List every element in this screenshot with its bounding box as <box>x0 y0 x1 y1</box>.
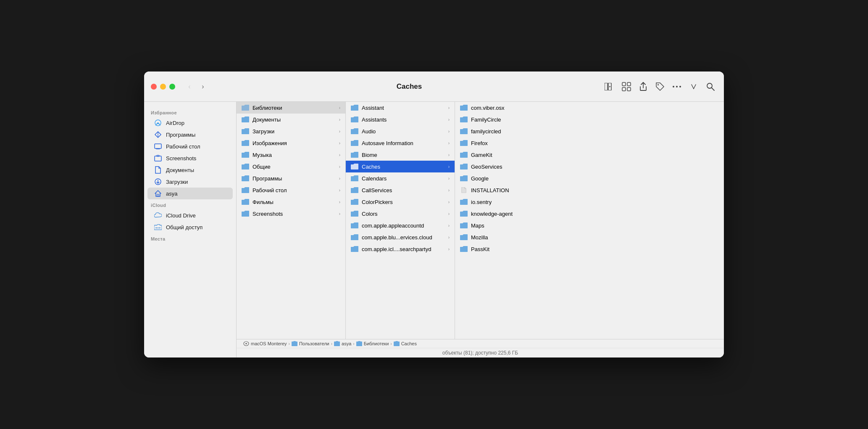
sidebar-item-asya[interactable]: asya <box>147 188 233 199</box>
downloads-icon <box>154 178 162 185</box>
col2-item-calendars[interactable]: Calendars › <box>346 172 455 184</box>
grid-view-button[interactable] <box>620 80 633 93</box>
toolbar: ‹ › Caches <box>144 72 724 102</box>
col1-item-movies[interactable]: Фильмы › <box>237 196 345 208</box>
share-button[interactable] <box>637 80 650 93</box>
sort-button[interactable] <box>687 80 700 93</box>
home-icon <box>154 190 162 197</box>
col2-item-appleaccountd[interactable]: com.apple.appleaccountd › <box>346 220 455 231</box>
col2-item-biome[interactable]: Biome › <box>346 149 455 161</box>
back-button[interactable]: ‹ <box>184 81 195 93</box>
col2-item-colorpickers[interactable]: ColorPickers › <box>346 196 455 208</box>
col3-item-gamekit[interactable]: GameKit <box>455 149 724 161</box>
col3-item-firefox[interactable]: Firefox <box>455 137 724 149</box>
folder-icon <box>460 152 468 158</box>
documents-icon <box>154 166 162 174</box>
sidebar-item-documents[interactable]: Документы <box>147 164 233 176</box>
col2-item-appleblucloud[interactable]: com.apple.blu...ervices.cloud › <box>346 231 455 243</box>
breadcrumb-item-macos[interactable]: macOS Monterey <box>243 341 287 346</box>
columns-area: Библиотеки › Документы › <box>237 102 724 358</box>
column-view-button[interactable] <box>603 80 616 93</box>
col3-item-geoservices-label: GeoServices <box>471 164 719 170</box>
fullscreen-button[interactable] <box>169 84 175 90</box>
breadcrumb-item-library[interactable]: Библиотеки <box>356 341 389 346</box>
col1-item-documents[interactable]: Документы › <box>237 114 345 125</box>
col3-item-familycircled[interactable]: familycircled <box>455 125 724 137</box>
folder-icon <box>351 164 358 169</box>
folder-icon <box>460 175 468 181</box>
col3-item-viber[interactable]: com.viber.osx <box>455 102 724 114</box>
sidebar-item-apps-label: Программы <box>166 132 195 138</box>
more-options-button[interactable] <box>670 80 684 93</box>
column-3: com.viber.osx FamilyCircle familycircled <box>455 102 724 339</box>
forward-button[interactable]: › <box>197 81 209 93</box>
breadcrumb: macOS Monterey › Пользователи › <box>237 339 724 348</box>
sidebar-item-downloads[interactable]: Загрузки <box>147 176 233 188</box>
col1-item-images-label: Изображения <box>253 140 336 146</box>
col2-item-appleiclsearchpartyd[interactable]: com.apple.icl....searchpartyd › <box>346 243 455 255</box>
col2-item-colors[interactable]: Colors › <box>346 208 455 220</box>
col1-item-music[interactable]: Музыка › <box>237 149 345 161</box>
breadcrumb-item-caches[interactable]: Caches <box>394 341 417 346</box>
statusbar: macOS Monterey › Пользователи › <box>237 339 724 358</box>
col3-item-passkit[interactable]: PassKit <box>455 243 724 255</box>
col3-item-knowledge-agent-label: knowledge-agent <box>471 211 719 217</box>
sidebar-item-airdrop[interactable]: AirDrop <box>147 117 233 129</box>
col2-chevron: › <box>448 223 450 228</box>
breadcrumb-caches-label: Caches <box>401 341 417 346</box>
col1-item-images[interactable]: Изображения › <box>237 137 345 149</box>
breadcrumb-macos-label: macOS Monterey <box>251 341 287 346</box>
sidebar-item-apps[interactable]: Программы <box>147 129 233 140</box>
sidebar-item-icloud-drive[interactable]: iCloud Drive <box>147 209 233 221</box>
col3-item-installation[interactable]: INSTALLATION <box>455 184 724 196</box>
col2-item-biome-label: Biome <box>362 152 445 158</box>
col3-item-google[interactable]: Google <box>455 172 724 184</box>
svg-rect-17 <box>155 144 161 148</box>
sidebar-item-screenshots[interactable]: Screenshots <box>147 152 233 164</box>
icloud-icon <box>154 212 162 219</box>
col1-item-apps[interactable]: Программы › <box>237 172 345 184</box>
folder-icon <box>242 152 249 158</box>
col2-chevron: › <box>448 117 450 122</box>
col3-item-viber-label: com.viber.osx <box>471 105 719 111</box>
col2-item-assistants[interactable]: Assistants › <box>346 114 455 125</box>
col1-item-public[interactable]: Общие › <box>237 161 345 172</box>
folder-icon <box>242 187 249 193</box>
folder-icon <box>351 187 358 193</box>
search-button[interactable] <box>704 80 717 93</box>
folder-icon <box>242 211 249 217</box>
col3-item-google-label: Google <box>471 175 719 182</box>
col2-item-assistant[interactable]: Assistant › <box>346 102 455 114</box>
col1-item-desktop-label: Рабочий стол <box>253 187 336 193</box>
col3-item-maps[interactable]: Maps <box>455 220 724 231</box>
col1-item-screenshots[interactable]: Screenshots › <box>237 208 345 220</box>
sidebar-item-shared-label: Общий доступ <box>166 224 203 230</box>
sidebar-item-shared[interactable]: Общий доступ <box>147 221 233 233</box>
minimize-button[interactable] <box>160 84 166 90</box>
sidebar-item-downloads-label: Загрузки <box>166 179 188 185</box>
col3-item-mozilla[interactable]: Mozilla <box>455 231 724 243</box>
col1-item-libraries[interactable]: Библиотеки › <box>237 102 345 114</box>
col3-item-familycircle[interactable]: FamilyCircle <box>455 114 724 125</box>
tag-button[interactable] <box>653 80 667 93</box>
col1-item-downloads[interactable]: Загрузки › <box>237 125 345 137</box>
toolbar-actions <box>603 80 717 93</box>
col2-item-callservices[interactable]: CallServices › <box>346 184 455 196</box>
col3-item-familycircled-label: familycircled <box>471 128 719 135</box>
col2-item-caches[interactable]: Caches › <box>346 161 455 172</box>
col1-item-desktop[interactable]: Рабочий стол › <box>237 184 345 196</box>
close-button[interactable] <box>151 84 157 90</box>
col2-item-autosave[interactable]: Autosave Information › <box>346 137 455 149</box>
breadcrumb-item-asya[interactable]: asya <box>334 341 351 346</box>
sidebar-item-desktop[interactable]: Рабочий стол <box>147 140 233 152</box>
col3-item-gamekit-label: GameKit <box>471 152 719 158</box>
col3-item-knowledge-agent[interactable]: knowledge-agent <box>455 208 724 220</box>
breadcrumb-item-users[interactable]: Пользователи <box>292 341 329 346</box>
col3-item-iosentry[interactable]: io.sentry <box>455 196 724 208</box>
col2-item-audio[interactable]: Audio › <box>346 125 455 137</box>
svg-point-10 <box>676 86 678 87</box>
sidebar-item-desktop-label: Рабочий стол <box>166 143 200 150</box>
col3-item-iosentry-label: io.sentry <box>471 199 719 205</box>
col3-item-geoservices[interactable]: GeoServices <box>455 161 724 172</box>
col2-item-calendars-label: Calendars <box>362 175 445 182</box>
